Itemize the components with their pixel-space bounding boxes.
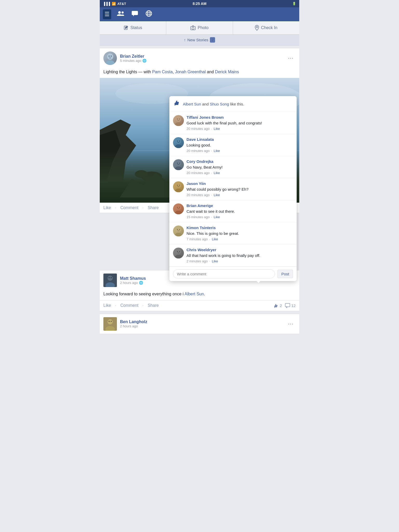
thumbs-up-icon [174, 100, 180, 108]
comment-body-6: Chris Weeldryer All that hard work is go… [187, 248, 260, 263]
svg-point-24 [141, 171, 162, 182]
like-button-2[interactable]: Like [103, 303, 111, 308]
post-time-2: 2 hours ago 🌐 [120, 281, 146, 285]
likes-text: Albert Sun and Shuo Song like this. [183, 102, 244, 106]
avatar-matt[interactable] [103, 274, 117, 287]
comment-like-3[interactable]: Like [214, 193, 220, 197]
comment-author-1[interactable]: Dave Linsalata [187, 137, 214, 142]
comment-item-1: Dave Linsalata Looking good. 20 minutes … [169, 134, 297, 156]
comment-author-0[interactable]: Tiffani Jones Brown [187, 115, 224, 119]
post-header-3: Ben Langholz 2 hours ago ⋯ [100, 314, 299, 334]
battery-icon: 🔋 [292, 2, 296, 5]
post-author-1[interactable]: Brian Zeitler [120, 54, 147, 59]
photo-label: Photo [198, 25, 209, 30]
status-button[interactable]: Status [100, 21, 166, 34]
checkin-label: Check In [261, 25, 277, 30]
comment-like-4[interactable]: Like [214, 215, 220, 219]
svg-point-46 [175, 211, 182, 214]
mention-albert[interactable]: Albert Sun [184, 292, 204, 296]
liker2[interactable]: Shuo Song [210, 102, 229, 106]
post-author-2[interactable]: Matt Shamus [120, 276, 146, 281]
status-label: Status [130, 25, 142, 30]
comment-item-6: Chris Weeldryer All that hard work is go… [169, 244, 297, 267]
comment-like-0[interactable]: Like [214, 127, 220, 131]
comment-author-6[interactable]: Chris Weeldryer [187, 248, 216, 252]
svg-point-53 [176, 249, 181, 254]
comment-author-5[interactable]: Kimon Tsinteris [187, 225, 216, 230]
share-button-2[interactable]: Share [148, 303, 159, 308]
svg-point-51 [177, 229, 178, 230]
new-stories-bar[interactable]: ↑ New Stories 7 [100, 35, 299, 45]
post-card-3: Ben Langholz 2 hours ago ⋯ [100, 314, 299, 334]
svg-point-65 [108, 319, 113, 324]
messages-button[interactable] [130, 9, 140, 19]
comment-author-4[interactable]: Brian Amerige [187, 203, 213, 208]
comment-like-2[interactable]: Like [214, 171, 220, 175]
svg-point-43 [177, 185, 178, 186]
checkin-button[interactable]: Check In [233, 21, 299, 34]
comment-like-1[interactable]: Like [214, 149, 220, 153]
avatar-brian[interactable] [103, 51, 117, 65]
svg-point-41 [176, 183, 181, 188]
mention-jonah[interactable]: Jonah Greenthal [175, 70, 206, 74]
svg-point-16 [105, 60, 115, 65]
comment-meta-6: 2 minutes ago · Like [187, 259, 260, 263]
comment-meta-1: 20 minutes ago · Like [187, 149, 220, 153]
comment-author-2[interactable]: Cory Ondrejka [187, 159, 213, 164]
location-icon [255, 25, 259, 31]
svg-point-15 [107, 54, 113, 60]
svg-point-60 [109, 277, 110, 278]
globe-button[interactable] [144, 9, 154, 20]
comment-text-2: Go Navy, Beat Army! [187, 164, 223, 170]
svg-rect-2 [132, 11, 138, 15]
post-time-1: 5 minutes ago 🌐 [120, 59, 147, 63]
post-more-button-1[interactable]: ⋯ [286, 54, 296, 63]
svg-point-37 [176, 161, 181, 166]
signal-icon: ▐▐▐ [103, 2, 110, 6]
svg-marker-63 [286, 307, 287, 308]
avatar-jason [173, 181, 184, 192]
comment-meta-5: 7 minutes ago · Like [187, 237, 239, 241]
comment-body-0: Tiffani Jones Brown Good luck with the f… [187, 115, 262, 131]
comment-button-1[interactable]: Comment [120, 205, 138, 210]
post-comment-button[interactable]: Post [277, 270, 293, 278]
svg-point-30 [175, 122, 182, 126]
menu-icon: ☰ [104, 11, 110, 17]
camera-icon [190, 25, 196, 30]
comment-body-3: Jason Yiin What could possibly go wrong?… [187, 181, 248, 197]
like-button-1[interactable]: Like [103, 205, 111, 210]
friends-button[interactable] [115, 9, 126, 19]
messages-icon [131, 11, 138, 16]
mention-derick[interactable]: Derick Mains [215, 70, 239, 74]
post-author-3[interactable]: Ben Langholz [120, 320, 147, 324]
photo-button[interactable]: Photo [166, 21, 233, 34]
comment-like-5[interactable]: Like [212, 237, 218, 241]
menu-button[interactable]: ☰ [103, 9, 111, 19]
svg-marker-28 [100, 130, 121, 203]
comment-meta-3: 20 minutes ago · Like [187, 193, 248, 197]
comments-popup: Albert Sun and Shuo Song like this. Tiff… [169, 96, 297, 281]
globe-icon [145, 10, 152, 17]
share-button-1[interactable]: Share [148, 205, 159, 210]
liker1[interactable]: Albert Sun [183, 102, 201, 106]
post-text-2: Looking forward to seeing everything onc… [100, 290, 299, 300]
svg-point-61 [111, 277, 112, 278]
comment-author-3[interactable]: Jason Yiin [187, 181, 206, 186]
svg-point-58 [108, 276, 113, 281]
mention-pam[interactable]: Pam Costa [152, 70, 173, 74]
comment-text-5: Nice. This is going to be great. [187, 231, 239, 236]
svg-point-68 [111, 321, 112, 322]
battery: 🔋 [292, 2, 296, 5]
svg-point-35 [177, 141, 178, 142]
svg-point-25 [135, 170, 148, 178]
nav-bar: ☰ [100, 7, 299, 21]
comment-button-2[interactable]: Comment [120, 303, 138, 308]
post-more-button-3[interactable]: ⋯ [286, 320, 296, 328]
comment-input[interactable] [173, 269, 275, 278]
post-time-3: 2 hours ago [120, 324, 147, 328]
comment-body-4: Brian Amerige Cant wait to see it out th… [187, 203, 235, 219]
post-meta-1: Brian Zeitler 5 minutes ago 🌐 [120, 54, 147, 63]
comment-bubble-icon [285, 303, 290, 308]
avatar-ben[interactable] [103, 317, 117, 331]
comment-like-6[interactable]: Like [212, 259, 218, 263]
